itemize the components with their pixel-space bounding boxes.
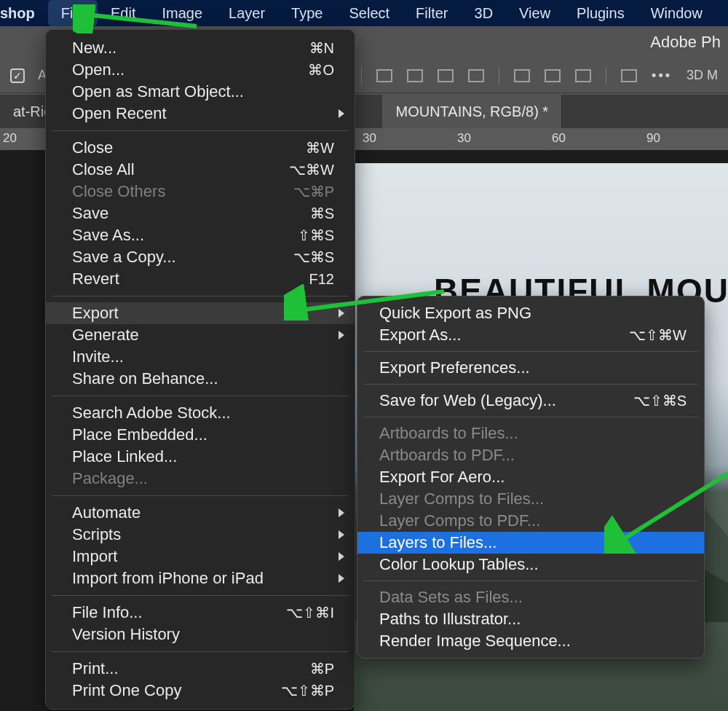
menu-item-invite[interactable]: Invite...	[46, 346, 355, 368]
submenu-item-layers-to-files[interactable]: Layers to Files...	[357, 532, 704, 554]
menu-item-version-history[interactable]: Version History	[46, 624, 355, 645]
menu-item-open[interactable]: Open...⌘O	[46, 59, 355, 81]
menu-item-close[interactable]: Close⌘W	[46, 137, 355, 159]
mode-label-fragment: 3D M	[687, 68, 718, 83]
menubar-item-image[interactable]: Image	[149, 0, 215, 26]
menu-item-file-info[interactable]: File Info...⌥⇧⌘I	[46, 602, 355, 624]
submenu-item-label: Data Sets as Files...	[379, 588, 687, 607]
menu-item-label: Save	[72, 204, 310, 223]
menu-item-label: Save a Copy...	[72, 248, 293, 267]
menu-item-shortcut: ⌥⌘P	[293, 183, 334, 200]
menubar-item-3d[interactable]: 3D	[462, 0, 507, 26]
chevron-right-icon	[339, 574, 344, 583]
menu-separator	[363, 581, 698, 581]
menubar-item-view[interactable]: View	[506, 0, 563, 26]
submenu-item-color-lookup-tables[interactable]: Color Lookup Tables...	[357, 554, 704, 576]
submenu-item-export-for-aero[interactable]: Export For Aero...	[357, 466, 704, 488]
divider	[361, 67, 362, 85]
align-icon[interactable]	[407, 69, 423, 82]
ruler-mark: 30	[363, 131, 376, 146]
menu-item-share-on-behance[interactable]: Share on Behance...	[46, 368, 355, 390]
option-checkbox[interactable]	[10, 68, 25, 83]
menubar-item-file[interactable]: File	[48, 0, 98, 26]
menubar-item-plugins[interactable]: Plugins	[563, 0, 638, 26]
menu-item-open-as-smart-object[interactable]: Open as Smart Object...	[46, 81, 355, 103]
menu-item-export[interactable]: Export	[46, 302, 355, 324]
menu-separator	[52, 296, 349, 296]
menu-item-label: Search Adobe Stock...	[72, 404, 334, 423]
more-options-icon[interactable]: •••	[652, 68, 672, 83]
menu-item-shortcut: ⌘S	[310, 205, 334, 222]
chevron-right-icon	[339, 530, 344, 539]
menubar-item-filter[interactable]: Filter	[403, 0, 461, 26]
menu-item-import-from-iphone-or-ipad[interactable]: Import from iPhone or iPad	[46, 567, 355, 589]
menu-item-label: Close	[72, 138, 306, 157]
menu-item-label: Generate	[72, 326, 334, 345]
export-submenu: Quick Export as PNGExport As...⌥⇧⌘WExpor…	[357, 296, 705, 659]
menu-item-shortcut: ⇧⌘S	[298, 227, 334, 244]
align-icon[interactable]	[376, 69, 392, 82]
submenu-item-save-for-web-legacy[interactable]: Save for Web (Legacy)...⌥⇧⌘S	[357, 390, 704, 412]
distribute-icon[interactable]	[545, 69, 561, 82]
menu-item-shortcut: ⌘P	[310, 660, 334, 677]
ruler-mark: 90	[646, 131, 660, 146]
menu-item-label: New...	[72, 39, 309, 58]
menu-item-new[interactable]: New...⌘N	[46, 37, 355, 59]
menubar-item-layer[interactable]: Layer	[215, 0, 278, 26]
menu-item-place-linked[interactable]: Place Linked...	[46, 446, 355, 468]
menu-item-automate[interactable]: Automate	[46, 502, 355, 524]
submenu-item-paths-to-illustrator[interactable]: Paths to Illustrator...	[357, 608, 704, 630]
distribute-icon[interactable]	[575, 69, 591, 82]
submenu-item-export-preferences[interactable]: Export Preferences...	[357, 357, 704, 379]
submenu-item-quick-export-as-png[interactable]: Quick Export as PNG	[357, 302, 704, 324]
chevron-right-icon	[339, 309, 344, 318]
align-icon[interactable]	[438, 69, 454, 82]
submenu-item-artboards-to-pdf: Artboards to PDF...	[357, 444, 704, 466]
menu-item-label: Place Embedded...	[72, 425, 334, 444]
menu-item-label: Place Linked...	[72, 447, 334, 466]
menu-item-save-a-copy[interactable]: Save a Copy...⌥⌘S	[46, 246, 355, 268]
menu-item-label: Import	[72, 547, 334, 566]
menubar-item-type[interactable]: Type	[278, 0, 336, 26]
menu-item-open-recent[interactable]: Open Recent	[46, 103, 355, 125]
submenu-item-shortcut: ⌥⇧⌘W	[629, 326, 687, 344]
menu-item-shortcut: ⌥⌘S	[293, 248, 334, 266]
submenu-item-label: Layers to Files...	[379, 533, 687, 552]
menubar: shop FileEditImageLayerTypeSelectFilter3…	[0, 0, 728, 26]
menu-item-place-embedded[interactable]: Place Embedded...	[46, 424, 355, 446]
menu-separator	[52, 396, 349, 396]
document-tab-active[interactable]: MOUNTAINS, RGB/8) *	[382, 95, 562, 128]
align-icon[interactable]	[468, 69, 484, 82]
menu-item-scripts[interactable]: Scripts	[46, 524, 355, 546]
menu-item-package: Package...	[46, 468, 355, 490]
menu-item-revert[interactable]: RevertF12	[46, 268, 355, 290]
menu-item-label: Import from iPhone or iPad	[72, 569, 334, 588]
distribute-icon[interactable]	[621, 69, 637, 82]
menu-item-print[interactable]: Print...⌘P	[46, 658, 355, 680]
submenu-item-artboards-to-files: Artboards to Files...	[357, 423, 704, 444]
menu-item-label: Revert	[72, 270, 309, 288]
submenu-item-shortcut: ⌥⇧⌘S	[633, 392, 687, 409]
submenu-item-label: Artboards to PDF...	[379, 446, 687, 465]
menu-item-import[interactable]: Import	[46, 546, 355, 567]
menu-separator	[363, 351, 698, 352]
menubar-item-window[interactable]: Window	[638, 0, 716, 26]
menu-item-generate[interactable]: Generate	[46, 324, 355, 346]
menu-item-shortcut: ⌥⌘W	[289, 161, 334, 178]
submenu-item-render-image-sequence[interactable]: Render Image Sequence...	[357, 630, 704, 652]
menu-item-print-one-copy[interactable]: Print One Copy⌥⇧⌘P	[46, 680, 355, 702]
menu-separator	[363, 417, 698, 417]
menu-item-label: Version History	[72, 625, 334, 644]
distribute-icon[interactable]	[514, 69, 530, 82]
menubar-item-select[interactable]: Select	[336, 0, 403, 26]
menu-item-label: Print One Copy	[72, 681, 281, 700]
submenu-item-export-as[interactable]: Export As...⌥⇧⌘W	[357, 324, 704, 346]
menu-item-search-adobe-stock[interactable]: Search Adobe Stock...	[46, 402, 355, 424]
submenu-item-label: Artboards to Files...	[379, 424, 687, 443]
menu-separator	[52, 651, 349, 652]
menubar-item-edit[interactable]: Edit	[98, 0, 149, 26]
menu-item-save-as[interactable]: Save As...⇧⌘S	[46, 224, 355, 246]
chevron-right-icon	[339, 109, 344, 118]
menu-item-close-all[interactable]: Close All⌥⌘W	[46, 159, 355, 181]
menu-item-save[interactable]: Save⌘S	[46, 203, 355, 224]
